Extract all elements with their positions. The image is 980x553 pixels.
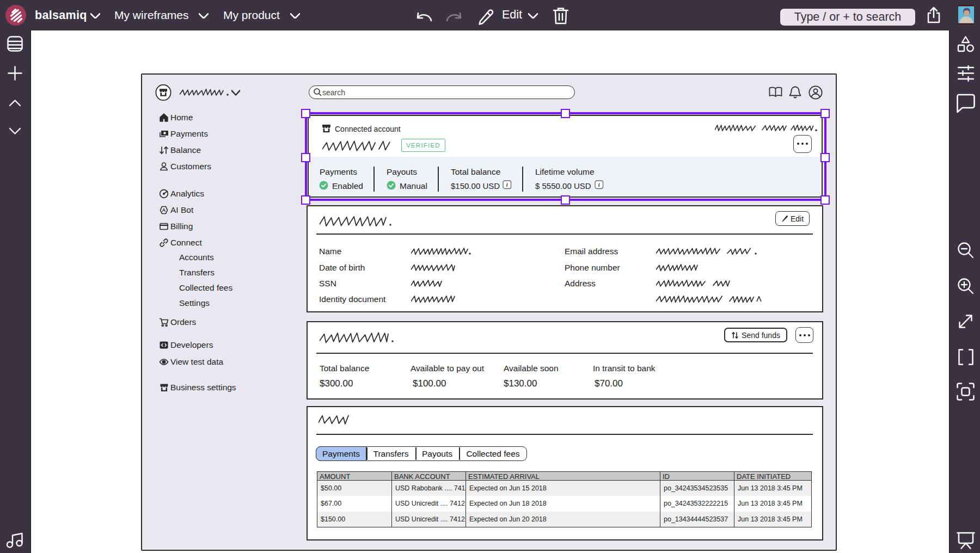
svg-text:i: i: [598, 182, 600, 188]
svg-text:i: i: [506, 182, 508, 188]
svg-text:A: A: [162, 207, 166, 213]
